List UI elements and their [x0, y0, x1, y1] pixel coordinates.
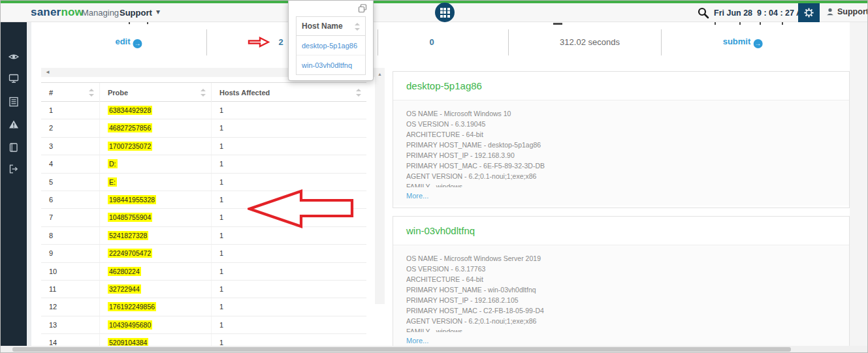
probe-cell: 32722944: [100, 281, 212, 298]
sort-icon[interactable]: [355, 23, 360, 31]
monitor-icon[interactable]: [8, 73, 19, 84]
table-vertical-scrollbar[interactable]: [375, 68, 385, 304]
row-index-cell: 7: [41, 209, 100, 226]
column-label: Host Name: [302, 22, 343, 31]
apps-grid-button[interactable]: [435, 3, 455, 22]
sort-icon[interactable]: [201, 89, 206, 97]
host-detail-line: FAMILY - windows: [406, 326, 836, 332]
managing-label: Managing: [82, 8, 119, 18]
edit-label: edit: [115, 37, 130, 46]
row-index-cell: 12: [41, 298, 100, 315]
host-detail-line: PRIMARY HOST_IP - 192.168.3.90: [406, 150, 836, 161]
scroll-up-icon[interactable]: [378, 72, 382, 76]
host-detail-line: PRIMARY HOST_MAC - 6E-F5-89-32-3D-DB: [406, 161, 836, 171]
settings-button[interactable]: [798, 3, 820, 22]
scroll-left-icon[interactable]: [45, 69, 50, 75]
stats-divider: [206, 29, 207, 55]
row-index-cell: 3: [41, 138, 100, 155]
host-name-rows: desktop-5p1ag86win-03vh0dltfnq: [297, 36, 365, 75]
probe-value-highlighted: D:: [108, 159, 118, 168]
account-dropdown[interactable]: Support: [120, 8, 152, 18]
host-name-popup: Host Name desktop-5p1ag86win-03vh0dltfnq: [288, 1, 374, 81]
host-detail-lines: OS NAME - Microsoft Windows 10OS VERSION…: [406, 108, 836, 187]
probe-value-highlighted: 10485755904: [108, 213, 152, 222]
alert-icon[interactable]: [8, 119, 19, 130]
eye-icon[interactable]: [8, 52, 19, 62]
gear-icon: [803, 7, 814, 18]
column-header-probe[interactable]: Probe: [100, 83, 212, 102]
host-name-link[interactable]: desktop-5p1ag86: [297, 36, 365, 55]
signout-icon[interactable]: [8, 164, 19, 174]
copy-icon[interactable]: [358, 4, 367, 13]
circle-arrow-icon: [133, 39, 142, 48]
book-icon[interactable]: [8, 142, 19, 153]
probe-value-highlighted: 46280224: [108, 267, 141, 276]
hosts-affected-cell: 1: [212, 298, 366, 315]
row-index-cell: 13: [41, 316, 100, 333]
host-name-table: Host Name desktop-5p1ag86win-03vh0dltfnq: [296, 16, 366, 75]
stats-divider: [661, 29, 662, 55]
probe-cell: 10439495680: [100, 316, 212, 333]
host-detail-line: OS NAME - Microsoft Windows 10: [406, 108, 836, 119]
hosts-affected-cell: 1: [212, 263, 366, 280]
host-card-body: OS NAME - Microsoft Windows 10OS VERSION…: [393, 100, 849, 187]
logo-saner: saner: [31, 6, 61, 18]
row-index-cell: 10: [41, 263, 100, 280]
probe-value-highlighted: 22249705472: [108, 249, 152, 258]
page-horizontal-scrollbar[interactable]: [1, 346, 867, 352]
clipped-text-artifact: [129, 22, 130, 24]
clipped-text-artifact: [147, 22, 148, 24]
row-index-cell: 6: [41, 191, 100, 208]
user-menu[interactable]: Support: [826, 7, 868, 16]
probe-cell: 198441955328: [100, 191, 212, 208]
host-detail-line: PRIMARY HOST_NAME - desktop-5p1ag86: [406, 140, 836, 150]
sanernow-logo[interactable]: sanernow: [31, 6, 84, 19]
row-index-cell: 11: [41, 281, 100, 298]
clipped-text-artifact: [782, 22, 783, 25]
probe-cell: 22249705472: [100, 245, 212, 262]
probe-cell: 46280224: [100, 263, 212, 280]
search-icon[interactable]: [697, 7, 710, 20]
user-label: Support: [837, 7, 868, 16]
host-name-link[interactable]: win-03vh0dltfnq: [297, 55, 365, 75]
row-index-cell: 8: [41, 227, 100, 244]
hosts-affected-cell: 1: [212, 155, 366, 172]
chevron-down-icon[interactable]: [156, 7, 160, 16]
row-index-cell: 2: [41, 119, 100, 136]
table-row: 9 22249705472 1: [41, 245, 366, 262]
edit-link[interactable]: edit: [115, 37, 142, 48]
sort-icon[interactable]: [356, 89, 361, 97]
table-row: 13 10439495680 1: [41, 316, 366, 334]
host-card-desktop-5p1ag86: desktop-5p1ag86 OS NAME - Microsoft Wind…: [393, 71, 850, 208]
time-taken-value: 312.02 seconds: [560, 37, 620, 47]
column-label: Probe: [108, 89, 128, 97]
column-label: #: [49, 89, 53, 97]
report-icon[interactable]: [8, 97, 19, 107]
sanernow-app-window: sanernow Managing Support Fri Jun 28 9 :…: [0, 0, 868, 353]
probe-table-header: # Probe Hosts Affected: [41, 82, 366, 102]
column-header-hosts-affected[interactable]: Hosts Affected: [212, 83, 366, 102]
table-row: 4 D: 1: [41, 155, 366, 173]
probe-value-highlighted: E:: [108, 177, 117, 187]
probe-value-highlighted: 32722944: [108, 284, 141, 294]
right-gutter: [850, 22, 867, 352]
probe-cell: 5241827328: [100, 227, 212, 244]
submit-link[interactable]: submit: [723, 37, 763, 48]
host-detail-line: ARCHITECTURE - 64-bit: [406, 274, 836, 284]
hosts-affected-cell: 1: [212, 316, 366, 333]
more-link[interactable]: More...: [406, 187, 836, 206]
scrollbar-thumb[interactable]: [12, 347, 791, 352]
host-detail-line: OS VERSION - 6.3.19045: [406, 119, 836, 129]
host-name-column-header[interactable]: Host Name: [297, 17, 365, 36]
clipped-text-artifact: [553, 23, 562, 25]
sort-icon[interactable]: [89, 89, 94, 97]
zero-count[interactable]: 0: [429, 37, 434, 47]
grid-apps-icon: [440, 8, 450, 18]
probe-value-highlighted: 63834492928: [108, 106, 152, 115]
host-detail-line: PRIMARY HOST_IP - 192.168.2.105: [406, 295, 836, 305]
column-header-index[interactable]: #: [41, 83, 100, 102]
host-detail-line: FAMILY - windows: [406, 181, 836, 187]
table-row: 1 63834492928 1: [41, 102, 366, 119]
hosts-affected-count[interactable]: 2: [278, 37, 283, 47]
row-index-cell: 1: [41, 102, 100, 119]
